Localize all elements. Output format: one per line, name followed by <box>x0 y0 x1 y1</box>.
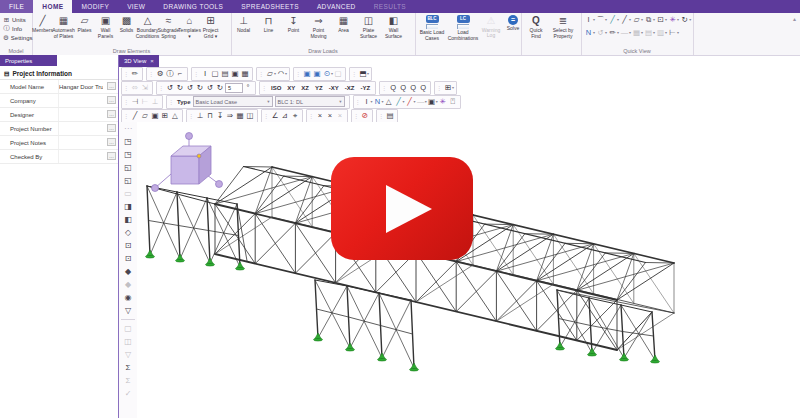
grip-icon[interactable]: ⋮ <box>123 112 129 119</box>
render-icon[interactable]: ✳ <box>668 15 677 24</box>
tab-drawing-tools[interactable]: DRAWING TOOLS <box>154 0 232 13</box>
grip-icon[interactable]: ⋮ <box>353 112 359 119</box>
show-area-loads-icon[interactable]: ⊥ <box>150 96 160 107</box>
draw-boundary-icon[interactable]: △ <box>170 110 180 121</box>
annotate-icon[interactable]: ✏ <box>608 28 617 37</box>
collapse-section-icon[interactable]: ⊟ <box>4 70 9 78</box>
boundary-conditions-button[interactable]: △Boundary Conditions <box>137 13 158 40</box>
sum-2-icon[interactable]: Σ <box>119 374 137 387</box>
tab-advanced[interactable]: ADVANCED <box>308 0 365 13</box>
snap-perp-icon[interactable]: ⊿ <box>280 110 290 121</box>
grip-icon[interactable]: ⋮ <box>381 84 387 91</box>
view-neg-xz-button[interactable]: -XZ <box>342 85 358 91</box>
solids-button[interactable]: ▩Solids <box>116 13 137 34</box>
blc-select[interactable]: BLC 1: DL▾ <box>275 96 345 107</box>
snap-point-icon[interactable]: ⌖ <box>290 110 300 121</box>
tab-home[interactable]: HOME <box>33 0 72 13</box>
delete-loads-icon[interactable]: × <box>325 110 335 121</box>
tab-spreadsheets[interactable]: SPREADSHEETS <box>232 0 308 13</box>
grip-icon[interactable]: ⋮ <box>193 70 199 77</box>
rotate-y-ccw-icon[interactable]: ↺ <box>185 82 195 93</box>
select-all-icon[interactable]: ◳ <box>119 135 137 148</box>
invert-selection-icon[interactable]: ◇ <box>119 226 137 239</box>
load-combinations-button[interactable]: LC Load Combinations <box>449 13 477 42</box>
boundary-display-icon[interactable]: △ <box>384 96 394 107</box>
property-value[interactable] <box>58 136 103 149</box>
display-toggle-icon[interactable]: ◉ <box>119 291 137 304</box>
apply-area-load-icon[interactable]: ▦ <box>235 110 245 121</box>
templates-button[interactable]: ⌂Templates ▾ <box>179 13 200 40</box>
property-value[interactable] <box>58 150 103 163</box>
inactive-view-icon[interactable]: ▢ <box>333 68 343 79</box>
grip-icon[interactable]: ⋮ <box>123 84 129 91</box>
load-type-select[interactable]: Basic Load Case▾ <box>193 96 273 107</box>
view-info-icon[interactable]: ⓘ <box>165 68 175 79</box>
filter-2-icon[interactable]: ▽ <box>119 348 137 361</box>
area-button[interactable]: ▦Area <box>331 13 356 34</box>
model-item-units[interactable]: ⊞Units <box>0 15 32 24</box>
grip-icon[interactable]: ⋮ <box>355 98 361 105</box>
grip-icon[interactable]: ⋮ <box>295 70 301 77</box>
line-unselect-icon[interactable]: ◧ <box>119 213 137 226</box>
navigation-cube[interactable] <box>152 133 223 192</box>
rotate-y-cw-icon[interactable]: ↻ <box>195 82 205 93</box>
grip-icon[interactable]: ⋮ <box>168 98 174 105</box>
window-cascade-icon[interactable]: ▣ <box>312 68 322 79</box>
member-color-icon[interactable]: ╱ <box>620 15 629 24</box>
deflected-icon[interactable]: ▤ <box>644 28 653 37</box>
wall-panels-button[interactable]: ▣Wall Panels <box>95 13 116 40</box>
point-moving-button[interactable]: ⇒Point Moving <box>306 13 331 40</box>
grip-icon[interactable]: ⋮ <box>263 112 269 119</box>
mesh-view-icon[interactable]: ▦ <box>632 28 641 37</box>
render-solid-icon[interactable]: ▣ <box>230 68 240 79</box>
apply-nodal-load-icon[interactable]: ⊥ <box>195 110 205 121</box>
view-xz-button[interactable]: XZ <box>298 85 312 91</box>
tab-view[interactable]: VIEW <box>118 0 154 13</box>
grip-icon[interactable]: ⋮ <box>123 70 129 77</box>
show-joint-loads-icon[interactable]: ⊢ <box>140 96 150 107</box>
saved-selection-icon[interactable]: ▢ <box>119 322 137 335</box>
panel-view-icon[interactable]: ⧉ <box>644 15 653 25</box>
strip-handle-icon[interactable]: ⋯ <box>119 122 137 135</box>
basic-load-cases-button[interactable]: BLC Basic Load Cases <box>419 13 445 42</box>
lock-unselected-icon[interactable]: ◆ <box>119 265 137 278</box>
close-icon[interactable]: × <box>150 58 154 64</box>
grip-icon[interactable]: ⋮ <box>188 112 194 119</box>
spreadsheet-icon[interactable]: ▤ <box>385 110 395 121</box>
solid-view-icon[interactable]: ⊡ <box>656 15 665 24</box>
axes-icon[interactable]: ⌐ <box>175 68 185 79</box>
refresh-icon[interactable]: ↻ <box>680 15 689 24</box>
rotate-z-ccw-icon[interactable]: ↺ <box>205 82 215 93</box>
view-neg-xy-button[interactable]: -XY <box>326 85 342 91</box>
view-yz-button[interactable]: YZ <box>312 85 326 91</box>
ellipsis-button[interactable]: … <box>107 82 116 90</box>
ellipsis-button[interactable]: … <box>107 138 116 146</box>
box-select-icon[interactable]: ◱ <box>119 161 137 174</box>
properties-tab[interactable]: Properties <box>0 55 57 66</box>
render-hidden-icon[interactable]: ▤ <box>220 68 230 79</box>
legend-icon[interactable]: ⍞ <box>448 96 458 107</box>
tab-modify[interactable]: MODIFY <box>72 0 118 13</box>
property-value[interactable] <box>58 122 103 135</box>
render-flash-icon[interactable]: ✳ <box>438 96 448 107</box>
delete-all-icon[interactable]: × <box>335 110 345 121</box>
plate-view-icon[interactable]: ▱ <box>632 15 641 24</box>
model-item-info[interactable]: ⓘInfo <box>0 24 32 33</box>
select-by-property-button[interactable]: ≣ Select by Property <box>550 13 576 40</box>
delete-icon[interactable]: × <box>315 110 325 121</box>
contour-icon[interactable]: ▥ <box>656 28 665 37</box>
sum-icon[interactable]: Σ <box>119 361 137 374</box>
grip-icon[interactable]: ⋮ <box>258 70 264 77</box>
grip-icon[interactable]: ⋮ <box>158 84 164 91</box>
apply-point-load-icon[interactable]: ↧ <box>215 110 225 121</box>
property-value[interactable] <box>58 108 103 121</box>
ellipsis-button[interactable]: … <box>107 152 116 160</box>
quick-find-button[interactable]: Q Quick Find <box>525 13 547 40</box>
pan-icon[interactable]: ⬄ <box>130 82 140 93</box>
rotate-angle-input[interactable]: 5 <box>225 83 243 93</box>
show-loads-icon[interactable]: ⊣ <box>130 96 140 107</box>
pan-drag-icon[interactable]: ⇲ <box>140 82 150 93</box>
dimension-icon[interactable]: ⊢ <box>668 28 677 37</box>
apply-moving-load-icon[interactable]: ⇒ <box>225 110 235 121</box>
filter-icon[interactable]: ▽ <box>119 304 137 317</box>
